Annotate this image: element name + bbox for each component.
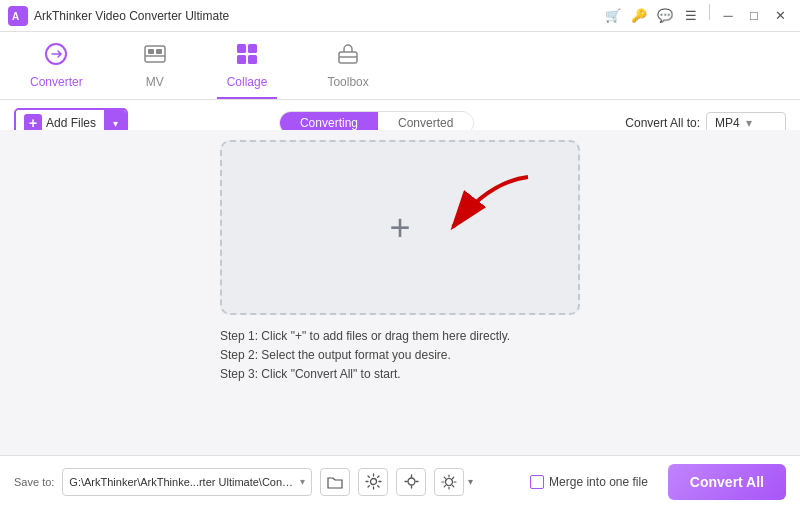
chat-icon[interactable]: 💬 xyxy=(653,4,677,28)
app-logo: A xyxy=(8,6,28,26)
steps-container: Step 1: Click "+" to add files or drag t… xyxy=(220,329,580,386)
collage-label: Collage xyxy=(227,75,268,89)
more-icon-btn[interactable] xyxy=(434,468,464,496)
svg-rect-4 xyxy=(148,49,154,54)
mv-label: MV xyxy=(146,75,164,89)
format-value: MP4 xyxy=(715,116,740,130)
save-to-label: Save to: xyxy=(14,476,54,488)
convert-all-to-label: Convert All to: xyxy=(625,116,700,130)
svg-text:A: A xyxy=(12,11,19,22)
title-bar: A ArkThinker Video Converter Ultimate 🛒 … xyxy=(0,0,800,32)
merge-checkbox[interactable] xyxy=(530,475,544,489)
folder-icon-btn[interactable] xyxy=(320,468,350,496)
red-arrow xyxy=(408,172,538,262)
svg-rect-5 xyxy=(156,49,162,54)
svg-rect-7 xyxy=(237,44,246,53)
format-dropdown-icon: ▾ xyxy=(746,116,752,130)
collage-icon xyxy=(235,42,259,71)
more-dropdown-icon: ▾ xyxy=(468,476,473,487)
tab-mv[interactable]: MV xyxy=(133,38,177,99)
svg-point-14 xyxy=(370,479,376,485)
drop-zone[interactable]: + xyxy=(220,140,580,315)
svg-point-15 xyxy=(408,478,415,485)
converter-icon xyxy=(44,42,68,71)
merge-into-one-file[interactable]: Merge into one file xyxy=(530,475,648,489)
add-files-label: Add Files xyxy=(46,116,96,130)
title-bar-controls: 🛒 🔑 💬 ☰ ─ □ ✕ xyxy=(601,4,792,28)
path-dropdown-icon: ▾ xyxy=(300,476,305,487)
maximize-icon[interactable]: □ xyxy=(742,4,766,28)
menu-icon[interactable]: ☰ xyxy=(679,4,703,28)
mv-icon xyxy=(143,42,167,71)
nav-tabs: Converter MV Collage xyxy=(0,32,800,100)
tab-converter[interactable]: Converter xyxy=(20,38,93,99)
convert-all-button[interactable]: Convert All xyxy=(668,464,786,500)
merge-label: Merge into one file xyxy=(549,475,648,489)
svg-rect-8 xyxy=(248,44,257,53)
close-icon[interactable]: ✕ xyxy=(768,4,792,28)
key-icon[interactable]: 🔑 xyxy=(627,4,651,28)
svg-rect-3 xyxy=(145,46,165,62)
save-path-input[interactable]: G:\ArkThinker\ArkThinke...rter Ultimate\… xyxy=(62,468,312,496)
minimize-icon[interactable]: ─ xyxy=(716,4,740,28)
svg-point-16 xyxy=(446,478,453,485)
tab-collage[interactable]: Collage xyxy=(217,38,278,99)
step-3: Step 3: Click "Convert All" to start. xyxy=(220,367,580,381)
svg-rect-10 xyxy=(248,55,257,64)
toolbox-icon xyxy=(336,42,360,71)
main-area: + Step 1: Click "+" to add files or drag… xyxy=(0,130,800,455)
save-path-text: G:\ArkThinker\ArkThinke...rter Ultimate\… xyxy=(69,476,296,488)
toolbox-label: Toolbox xyxy=(327,75,368,89)
app-title: ArkThinker Video Converter Ultimate xyxy=(34,9,601,23)
converter-label: Converter xyxy=(30,75,83,89)
bottom-bar: Save to: G:\ArkThinker\ArkThinke...rter … xyxy=(0,455,800,507)
svg-rect-9 xyxy=(237,55,246,64)
cart-icon[interactable]: 🛒 xyxy=(601,4,625,28)
settings1-icon-btn[interactable] xyxy=(358,468,388,496)
settings2-icon-btn[interactable] xyxy=(396,468,426,496)
tab-toolbox[interactable]: Toolbox xyxy=(317,38,378,99)
step-2: Step 2: Select the output format you des… xyxy=(220,348,580,362)
step-1: Step 1: Click "+" to add files or drag t… xyxy=(220,329,580,343)
